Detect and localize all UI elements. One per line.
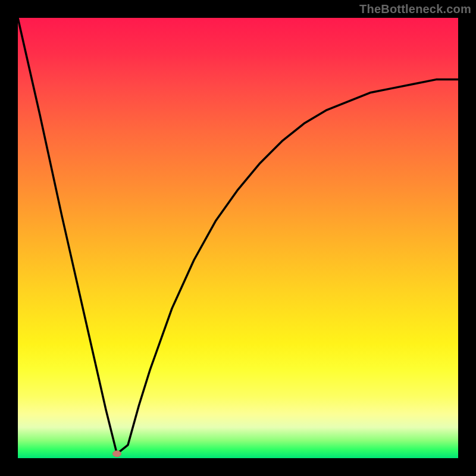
minimum-marker (113, 451, 121, 457)
chart-frame: TheBottleneck.com (0, 0, 476, 476)
curve-svg (18, 18, 458, 458)
bottleneck-curve (18, 18, 458, 454)
plot-area (18, 18, 458, 458)
watermark-text: TheBottleneck.com (359, 2, 471, 16)
